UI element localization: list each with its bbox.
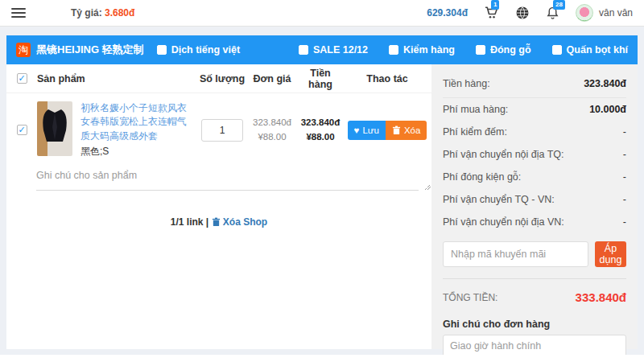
translate-label: Dịch tiếng việt	[171, 44, 240, 56]
delete-label: Xóa	[404, 125, 420, 135]
header-product: Sản phẩm	[37, 73, 198, 84]
total-row: TỔNG TIỀN: 333.840đ	[443, 278, 626, 312]
total-label: TỔNG TIỀN:	[443, 292, 497, 303]
coat-image-shape	[40, 106, 69, 151]
row-checkbox[interactable]: ✓	[17, 125, 27, 135]
product-note-row	[6, 163, 431, 194]
notifications-button[interactable]: 28	[546, 6, 559, 20]
heart-icon: ♥	[354, 125, 360, 135]
option-quan-bot-khi-checkbox[interactable]: Quấn bọt khí	[552, 44, 628, 56]
line-total-cny: ¥88.00	[298, 130, 343, 144]
order-summary-panel: Tiền hàng: 323.840đ Phí mua hàng: 10.000…	[431, 64, 638, 349]
summary-value: 323.840đ	[584, 78, 626, 89]
cart-panel: ✓ Sản phẩm Số lượng Đơn giá Tiền hàng Th…	[6, 64, 431, 349]
link-count: 1/1 link |	[171, 216, 208, 228]
summary-value: -	[623, 126, 626, 138]
table-row: ✓ 初秋名媛小个子短款风衣女春韩版宽松上衣连帽气质大码高级感外套 黑色;S	[6, 93, 431, 163]
shop-footer: 1/1 link | Xóa Shop	[6, 216, 431, 228]
delete-item-button[interactable]: Xóa	[386, 121, 427, 140]
line-total-vnd: 323.840đ	[298, 116, 343, 130]
checkbox-icon[interactable]	[299, 45, 308, 55]
summary-row: Phí kiểm đếm: -	[443, 121, 626, 143]
option-dong-go-checkbox[interactable]: Đóng gỗ	[476, 44, 531, 56]
avatar	[576, 4, 593, 22]
option-label: SALE 12/12	[313, 44, 368, 56]
apply-promo-button[interactable]: Áp dụng	[595, 241, 626, 267]
shop-name[interactable]: 黑镜HEIJING 轻熟定制	[36, 43, 144, 57]
shop-header-bar: 淘 黑镜HEIJING 轻熟定制 Dịch tiếng việt SALE 12…	[6, 35, 638, 64]
product-image[interactable]	[37, 101, 72, 156]
header-quantity: Số lượng	[198, 73, 246, 84]
cart-badge: 1	[491, 0, 499, 10]
save-item-button[interactable]: ♥ Lưu	[348, 121, 386, 140]
unit-price-cny: ¥88.00	[246, 130, 298, 144]
product-note-input[interactable]	[36, 170, 419, 191]
delete-shop-label: Xóa Shop	[223, 216, 267, 228]
menu-icon[interactable]	[11, 8, 26, 18]
option-label: Quấn bọt khí	[567, 44, 628, 56]
topbar: Tỷ giá: 3.680đ 629.304đ 1	[0, 0, 644, 27]
summary-label: Phí vận chuyển nội địa VN:	[443, 216, 564, 228]
save-label: Lưu	[362, 125, 379, 135]
header-unit-price: Đơn giá	[246, 73, 298, 84]
total-value: 333.840đ	[576, 290, 626, 304]
username: vân vân	[599, 7, 633, 19]
table-header-row: ✓ Sản phẩm Số lượng Đơn giá Tiền hàng Th…	[6, 64, 431, 93]
summary-row: Phí đóng kiện gỗ: -	[443, 166, 626, 188]
checkbox-icon[interactable]	[157, 45, 167, 55]
checkbox-icon[interactable]	[476, 45, 485, 55]
taobao-icon: 淘	[16, 43, 31, 57]
summary-label: Phí vận chuyển TQ - VN:	[443, 194, 555, 205]
resize-handle-icon[interactable]	[425, 184, 431, 190]
option-label: Đóng gỗ	[490, 44, 531, 56]
summary-label: Tiền hàng:	[443, 78, 490, 89]
summary-row: Phí vận chuyển nội địa TQ: -	[443, 143, 626, 166]
page: Tỷ giá: 3.680đ 629.304đ 1	[0, 0, 644, 355]
trash-icon	[392, 125, 401, 135]
globe-icon	[515, 6, 530, 20]
balance-link[interactable]: 629.304đ	[427, 7, 468, 19]
notifications-badge: 28	[553, 0, 565, 10]
delete-shop-link[interactable]: Xóa Shop	[212, 216, 268, 228]
checkbox-icon[interactable]	[552, 45, 562, 55]
summary-row: Tiền hàng: 323.840đ	[443, 72, 626, 98]
summary-label: Phí đóng kiện gỗ:	[443, 171, 521, 183]
unit-price-vnd: 323.840đ	[246, 116, 298, 130]
summary-row: Phí mua hàng: 10.000đ	[443, 98, 626, 121]
trash-icon	[212, 217, 221, 227]
summary-value: -	[623, 194, 626, 205]
summary-row: Phí vận chuyển nội địa VN: -	[443, 211, 626, 233]
order-note-label: Ghi chú cho đơn hàng	[443, 319, 626, 330]
header-actions: Thao tác	[343, 73, 431, 84]
summary-value: -	[623, 171, 626, 183]
checkbox-icon[interactable]	[389, 45, 398, 55]
summary-label: Phí vận chuyển nội địa TQ:	[443, 149, 564, 160]
exchange-rate: Tỷ giá: 3.680đ	[71, 7, 134, 19]
summary-value: -	[623, 216, 626, 228]
account-menu[interactable]: vân vân	[576, 4, 633, 22]
summary-label: Phí kiểm đếm:	[443, 126, 507, 138]
language-button[interactable]	[515, 6, 530, 20]
summary-label: Phí mua hàng:	[443, 104, 508, 115]
exchange-rate-value: 3.680đ	[105, 7, 134, 19]
cart-button[interactable]: 1	[484, 6, 499, 20]
summary-row: Phí vận chuyển TQ - VN: -	[443, 188, 626, 211]
select-all-checkbox[interactable]: ✓	[17, 73, 27, 84]
header-line-total: Tiền hàng	[298, 68, 343, 90]
option-label: Kiểm hàng	[403, 44, 455, 56]
product-title-link[interactable]: 初秋名媛小个子短款风衣女春韩版宽松上衣连帽气质大码高级感外套	[80, 101, 192, 143]
summary-value: -	[623, 149, 626, 160]
exchange-rate-label: Tỷ giá:	[71, 7, 102, 19]
quantity-input[interactable]	[201, 119, 243, 142]
promo-code-input[interactable]	[443, 241, 588, 267]
option-kiem-hang-checkbox[interactable]: Kiểm hàng	[389, 44, 455, 56]
order-note-input[interactable]	[443, 335, 626, 355]
product-variant: 黑色;S	[80, 145, 192, 158]
summary-value: 10.000đ	[589, 104, 626, 115]
option-sale-checkbox[interactable]: SALE 12/12	[299, 44, 368, 56]
translate-checkbox[interactable]: Dịch tiếng việt	[157, 44, 240, 56]
